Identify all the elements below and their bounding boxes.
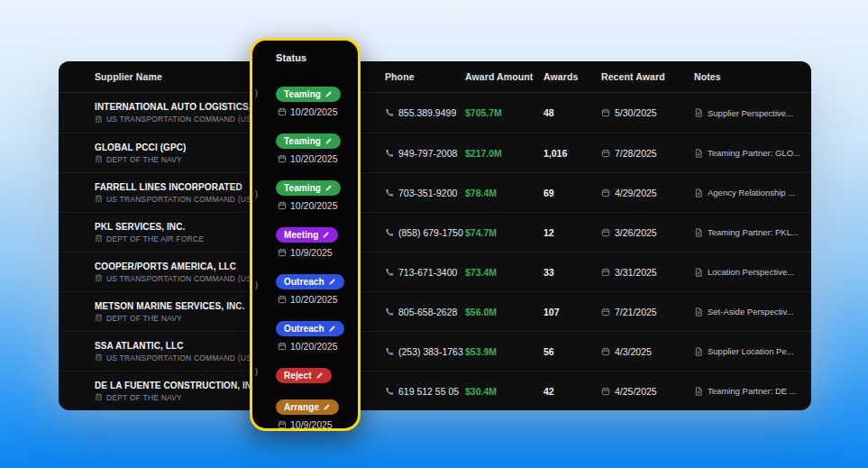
status-column-highlight: Status Teaming 10/20/2025 Teaming 10/20/… (250, 38, 361, 431)
award-amount-cell: $56.0M (465, 307, 544, 317)
table-row[interactable]: GLOBAL PCCI (GPC) DEPT OF THE NAVY 949-7… (59, 133, 811, 172)
edit-pencil-icon[interactable] (323, 403, 331, 411)
status-item: Outreach 10/20/2025 (276, 319, 351, 352)
table-row[interactable]: DE LA FUENTE CONSTRUCTION, INC. DEPT OF … (59, 371, 811, 410)
recent-award-cell: 7/28/2025 (601, 148, 694, 159)
notes-cell[interactable]: Location Perspective... (694, 267, 811, 277)
status-badge[interactable]: Reject (276, 368, 332, 383)
building-icon (95, 393, 103, 401)
phone-number: 949-797-2008 (398, 148, 457, 159)
notes-text: Set-Aside Perspectiv... (708, 307, 793, 317)
status-item: Reject (276, 366, 351, 383)
phone-icon (385, 228, 394, 237)
building-icon (95, 115, 103, 124)
notes-cell[interactable]: Teaming Partner: GLO... (694, 148, 811, 158)
edit-pencil-icon[interactable] (324, 184, 333, 192)
document-icon (694, 387, 703, 396)
phone-cell[interactable]: 949-797-2008 (385, 148, 465, 159)
calendar-icon (278, 107, 287, 116)
notes-text: Supplier Location Pe... (708, 346, 794, 356)
phone-cell[interactable]: 855.389.9499 (385, 107, 465, 118)
table-row[interactable]: SSA ATLANTIC, LLC US TRANSPORTATION COMM… (59, 331, 811, 371)
recent-award-date: 3/26/2025 (615, 227, 657, 238)
notes-cell[interactable]: Teaming Partner: PKL... (694, 227, 811, 237)
status-badge[interactable]: Arrange (276, 399, 339, 415)
edit-pencil-icon[interactable] (328, 278, 336, 286)
header-awards[interactable]: Awards (544, 71, 601, 82)
status-label: Teaming (284, 183, 321, 193)
table-row[interactable]: INTERNATIONAL AUTO LOGISTICS, LLC US TRA… (59, 93, 811, 133)
status-label: Teaming (284, 136, 321, 146)
recent-award-date: 4/3/2025 (615, 346, 652, 357)
document-icon (694, 268, 703, 277)
award-amount-cell: $53.9M (465, 346, 544, 357)
supplier-agency-label: DEPT OF THE NAVY (106, 393, 182, 402)
phone-cell[interactable]: 619 512 55 05 (385, 386, 465, 397)
status-badge[interactable]: Meeting (276, 227, 338, 243)
award-amount-cell: $73.4M (465, 267, 544, 278)
status-badge[interactable]: Teaming (276, 87, 341, 102)
phone-cell[interactable]: (858) 679-1750 (385, 227, 465, 238)
edit-pencil-icon[interactable] (328, 325, 336, 333)
status-item: Teaming 10/20/2025 (276, 132, 351, 164)
document-icon (694, 149, 703, 158)
recent-award-date: 7/21/2025 (615, 307, 657, 317)
status-badge[interactable]: Teaming (276, 180, 341, 196)
edit-pencil-icon[interactable] (324, 137, 333, 145)
phone-number: (858) 679-1750 (398, 227, 463, 238)
status-label: Outreach (284, 277, 324, 287)
calendar-icon (278, 201, 287, 210)
status-badge[interactable]: Outreach (276, 321, 344, 336)
table-row[interactable]: COOPER/PORTS AMERICA, LLC US TRANSPORTAT… (59, 252, 811, 291)
recent-award-date: 4/29/2025 (615, 188, 657, 198)
awards-count-cell: 56 (544, 346, 601, 357)
status-item: Meeting 10/9/2025 (276, 225, 351, 258)
edit-pencil-icon[interactable] (322, 231, 330, 239)
calendar-icon (278, 420, 287, 429)
table-row[interactable]: METSON MARINE SERVICES, INC. DEPT OF THE… (59, 291, 811, 331)
recent-award-cell: 4/3/2025 (601, 346, 694, 357)
notes-cell[interactable]: Supplier Location Pe... (694, 346, 811, 356)
notes-cell[interactable]: Set-Aside Perspectiv... (694, 307, 811, 317)
phone-number: 805-658-2628 (398, 307, 457, 317)
edit-pencil-icon[interactable] (315, 372, 324, 380)
header-recent-award[interactable]: Recent Award (601, 71, 694, 82)
phone-icon (385, 347, 394, 356)
supplier-agency-label: DEPT OF THE NAVY (106, 155, 182, 164)
edit-pencil-icon[interactable] (324, 90, 333, 98)
calendar-icon (601, 149, 610, 158)
phone-cell[interactable]: 703-351-9200 (385, 188, 465, 198)
recent-award-cell: 4/25/2025 (601, 386, 694, 397)
status-date-text: 10/20/2025 (290, 153, 338, 164)
status-badge[interactable]: Teaming (276, 133, 341, 149)
notes-cell[interactable]: Teaming Partner: DE ... (694, 386, 811, 396)
notes-cell[interactable]: Supplier Perspective... (694, 108, 811, 118)
phone-cell[interactable]: 713-671-3400 (385, 267, 465, 278)
status-date-text: 10/20/2025 (290, 294, 338, 305)
recent-award-cell: 3/26/2025 (601, 227, 694, 238)
clipped-text-fragment: ) (255, 88, 258, 97)
phone-cell[interactable]: (253) 383-1763 (385, 346, 465, 357)
status-date-text: 10/9/2025 (290, 419, 333, 430)
status-badge[interactable]: Outreach (276, 274, 344, 289)
status-date-text: 10/20/2025 (290, 106, 338, 117)
supplier-agency-label: DEPT OF THE AIR FORCE (106, 234, 204, 243)
document-icon (694, 228, 703, 237)
table-row[interactable]: FARRELL LINES INCORPORATED US TRANSPORTA… (59, 172, 811, 212)
calendar-icon (278, 154, 287, 163)
header-notes[interactable]: Notes (694, 71, 811, 82)
table-header-row: Supplier Name Phone Award Amount Awards … (59, 61, 811, 93)
phone-cell[interactable]: 805-658-2628 (385, 307, 465, 317)
header-award-amount[interactable]: Award Amount (465, 71, 544, 82)
calendar-icon (601, 228, 610, 237)
status-label: Outreach (284, 324, 324, 334)
recent-award-date: 3/31/2025 (615, 267, 657, 278)
status-date-text: 10/20/2025 (290, 200, 338, 211)
table-row[interactable]: PKL SERVICES, INC. DEPT OF THE AIR FORCE… (59, 212, 811, 252)
status-date: 10/20/2025 (276, 200, 351, 211)
status-item: Teaming 10/20/2025 (276, 85, 351, 117)
building-icon (95, 274, 103, 282)
header-phone[interactable]: Phone (385, 71, 465, 82)
notes-cell[interactable]: Agency Relationship ... (694, 188, 811, 197)
status-date: 10/9/2025 (276, 419, 351, 430)
